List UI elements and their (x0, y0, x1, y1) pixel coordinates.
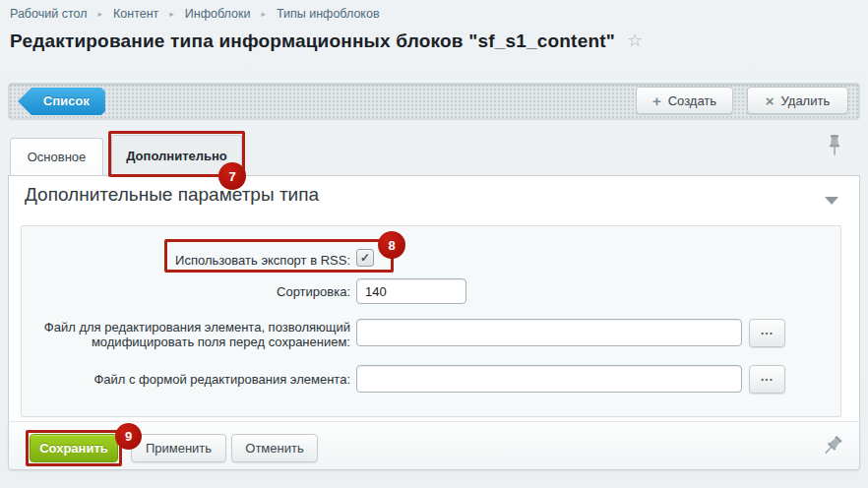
breadcrumb-item-infoblocks[interactable]: Инфоблоки (185, 7, 251, 21)
breadcrumb-separator-icon: ▸ (169, 9, 174, 19)
list-back-button[interactable]: Список (18, 88, 105, 115)
plus-icon: + (652, 93, 661, 108)
save-button[interactable]: Сохранить (30, 434, 118, 462)
file-form-input[interactable] (356, 365, 742, 393)
breadcrumb-item-content[interactable]: Контент (113, 7, 158, 21)
sort-input[interactable] (356, 278, 466, 304)
collapse-section-icon[interactable] (825, 197, 838, 205)
breadcrumb-separator-icon: ▸ (97, 9, 102, 19)
file-form-browse-button[interactable]: ... (749, 365, 785, 394)
annotation-badge-8: 8 (378, 231, 405, 259)
annotation-badge-9: 9 (115, 423, 142, 450)
close-icon: × (766, 93, 775, 108)
page-title-text: Редактирование типа информационных блоко… (10, 30, 615, 51)
create-button[interactable]: + Создать (636, 87, 733, 114)
breadcrumb-item-desktop[interactable]: Рабочий стол (10, 7, 87, 21)
breadcrumb-item-infoblock-types[interactable]: Типы инфоблоков (277, 7, 380, 21)
tab-main[interactable]: Основное (10, 138, 103, 175)
delete-button[interactable]: × Удалить (747, 87, 848, 114)
pin-settings-icon[interactable] (827, 134, 842, 161)
file-edit-browse-button[interactable]: ... (749, 319, 785, 347)
section-title: Дополнительные параметры типа (25, 184, 319, 206)
sort-label: Сортировка: (30, 284, 350, 299)
file-form-label: Файл с формой редактирования элемента: (30, 372, 350, 387)
cancel-button[interactable]: Отменить (231, 434, 318, 462)
breadcrumb: Рабочий стол ▸ Контент ▸ Инфоблоки ▸ Тип… (10, 7, 380, 21)
rss-export-label: Использовать экспорт в RSS: (30, 253, 350, 268)
annotation-badge-7: 7 (218, 162, 246, 190)
file-edit-label: Файл для редактирования элемента, позвол… (30, 320, 350, 349)
create-button-label: Создать (668, 93, 716, 108)
apply-button[interactable]: Применить (131, 434, 226, 462)
rss-export-checkbox[interactable]: ✓ (356, 249, 374, 267)
page: Рабочий стол ▸ Контент ▸ Инфоблоки ▸ Тип… (0, 0, 868, 488)
breadcrumb-separator-icon: ▸ (261, 9, 266, 19)
delete-button-label: Удалить (781, 93, 831, 108)
favorite-star-icon[interactable]: ☆ (627, 30, 643, 50)
file-edit-input[interactable] (356, 319, 742, 346)
page-title: Редактирование типа информационных блоко… (10, 30, 643, 52)
